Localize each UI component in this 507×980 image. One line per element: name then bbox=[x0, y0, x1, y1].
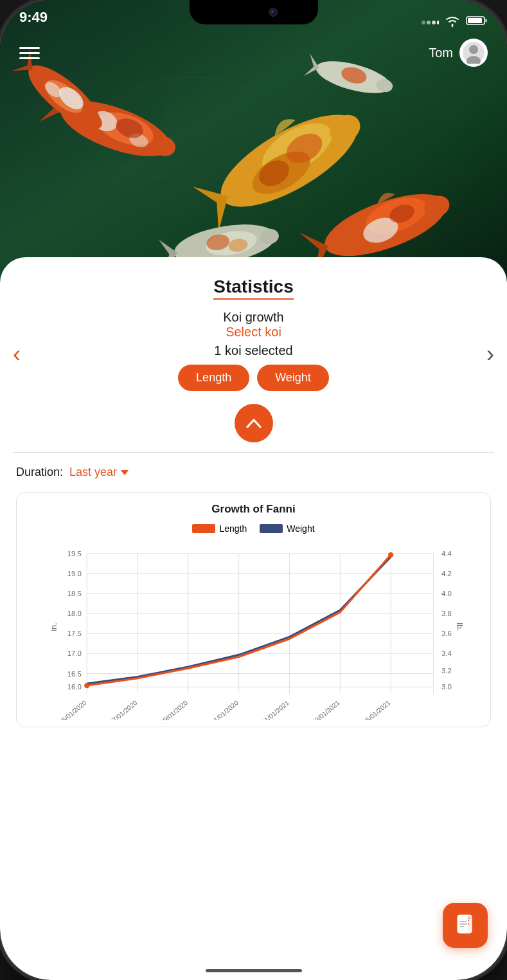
svg-text:3.2: 3.2 bbox=[441, 667, 452, 675]
wifi-icon bbox=[444, 14, 461, 27]
weight-button[interactable]: Weight bbox=[257, 365, 329, 391]
koi-growth-section: Koi growth Select koi 1 koi selected Len… bbox=[13, 310, 494, 391]
legend-length: Length bbox=[192, 523, 247, 534]
divider bbox=[13, 452, 494, 453]
home-indicator bbox=[206, 969, 302, 972]
duration-row: Duration: Last year bbox=[13, 466, 494, 479]
legend-length-label: Length bbox=[219, 523, 247, 534]
hamburger-line-3 bbox=[19, 57, 40, 59]
hamburger-line-1 bbox=[19, 47, 40, 49]
svg-text:3.0: 3.0 bbox=[441, 683, 452, 691]
svg-text:19.0: 19.0 bbox=[67, 570, 82, 577]
chart-area: 19.5 19.0 18.5 18.0 17.5 17.0 16.5 16.0 … bbox=[23, 540, 484, 720]
svg-text:05/01/2020: 05/01/2020 bbox=[58, 699, 88, 720]
header-overlay: Tom bbox=[0, 32, 507, 73]
svg-text:3.8: 3.8 bbox=[441, 610, 452, 617]
svg-point-79 bbox=[84, 683, 89, 688]
notch bbox=[190, 0, 318, 24]
document-icon bbox=[454, 914, 477, 937]
svg-text:09/01/2020: 09/01/2020 bbox=[159, 699, 189, 720]
svg-text:18.5: 18.5 bbox=[67, 590, 82, 597]
avatar-icon bbox=[463, 42, 485, 64]
svg-point-0 bbox=[422, 21, 425, 24]
svg-text:01/01/2021: 01/01/2021 bbox=[260, 699, 290, 720]
status-time: 9:49 bbox=[19, 9, 48, 27]
user-info: Tom bbox=[429, 39, 488, 67]
svg-rect-5 bbox=[468, 18, 482, 23]
chevron-up-container bbox=[13, 404, 494, 442]
svg-text:3.6: 3.6 bbox=[441, 630, 452, 637]
phone-frame: 9:49 bbox=[0, 0, 507, 980]
dropdown-arrow-icon bbox=[121, 470, 129, 475]
user-name: Tom bbox=[429, 46, 453, 60]
chart-legend: Length Weight bbox=[23, 523, 484, 534]
svg-rect-6 bbox=[485, 19, 487, 23]
legend-length-color bbox=[192, 524, 215, 533]
fab-button[interactable] bbox=[443, 903, 488, 948]
svg-text:11/01/2020: 11/01/2020 bbox=[209, 699, 240, 720]
svg-text:07/01/2020: 07/01/2020 bbox=[109, 699, 139, 720]
growth-chart: 19.5 19.0 18.5 18.0 17.5 17.0 16.5 16.0 … bbox=[23, 540, 484, 720]
koi-growth-title: Koi growth bbox=[13, 310, 494, 325]
svg-text:16.5: 16.5 bbox=[67, 670, 82, 678]
status-icons bbox=[421, 14, 488, 27]
camera bbox=[269, 8, 278, 17]
svg-text:03/01/2021: 03/01/2021 bbox=[311, 699, 341, 720]
svg-text:16.0: 16.0 bbox=[67, 683, 82, 691]
svg-text:4.0: 4.0 bbox=[441, 590, 452, 597]
page-title: Statistics bbox=[213, 277, 294, 297]
chevron-up-button[interactable] bbox=[235, 404, 273, 442]
phone-screen: 9:49 bbox=[0, 0, 507, 980]
signal-icon bbox=[421, 16, 439, 25]
duration-label: Duration: bbox=[16, 466, 63, 479]
svg-text:19.5: 19.5 bbox=[67, 550, 82, 558]
chart-container: Growth of Fanni Length Weight bbox=[16, 492, 491, 727]
page-title-container: Statistics bbox=[13, 277, 494, 297]
svg-text:in.: in. bbox=[49, 622, 58, 631]
menu-button[interactable] bbox=[19, 47, 40, 59]
svg-text:3.4: 3.4 bbox=[441, 649, 452, 657]
svg-text:05/01/2021: 05/01/2021 bbox=[362, 699, 392, 720]
next-arrow[interactable]: › bbox=[486, 341, 494, 368]
koi-selected-count: 1 koi selected bbox=[13, 343, 494, 358]
svg-point-2 bbox=[432, 21, 436, 24]
svg-text:4.2: 4.2 bbox=[441, 570, 452, 577]
svg-text:17.0: 17.0 bbox=[67, 649, 82, 657]
duration-dropdown[interactable]: Last year bbox=[69, 466, 129, 479]
svg-point-43 bbox=[469, 45, 478, 54]
chevron-up-icon bbox=[246, 418, 262, 428]
length-button[interactable]: Length bbox=[178, 365, 249, 391]
svg-point-3 bbox=[437, 21, 439, 24]
svg-text:17.5: 17.5 bbox=[67, 630, 82, 637]
legend-weight-label: Weight bbox=[287, 523, 314, 534]
hamburger-line-2 bbox=[19, 52, 40, 54]
chart-title: Growth of Fanni bbox=[23, 503, 484, 516]
content-card: Statistics Koi growth Select koi 1 koi s… bbox=[0, 257, 507, 980]
svg-point-80 bbox=[388, 552, 393, 558]
legend-weight-color bbox=[260, 524, 283, 533]
svg-text:4.4: 4.4 bbox=[441, 550, 452, 558]
battery-icon bbox=[466, 15, 488, 26]
svg-point-1 bbox=[427, 21, 431, 24]
select-koi-link[interactable]: Select koi bbox=[13, 325, 494, 340]
metric-buttons: Length Weight bbox=[13, 365, 494, 391]
duration-value-text: Last year bbox=[69, 466, 117, 479]
prev-arrow[interactable]: ‹ bbox=[13, 341, 21, 368]
avatar[interactable] bbox=[459, 39, 488, 67]
legend-weight: Weight bbox=[260, 523, 314, 534]
svg-text:18.0: 18.0 bbox=[67, 610, 82, 617]
svg-text:lb.: lb. bbox=[455, 622, 464, 631]
